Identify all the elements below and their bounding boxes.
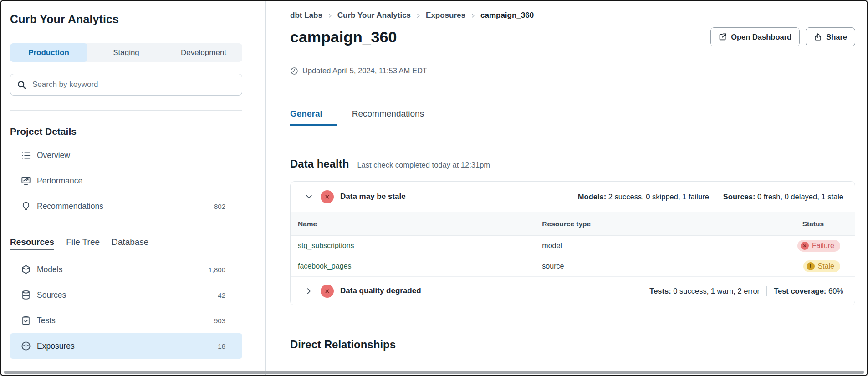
breadcrumb-dbt-labs[interactable]: dbt Labs [290,11,322,20]
resource-link-stg-subscriptions[interactable]: stg_subscriptions [298,242,354,249]
table-row: facebook_pages source ! Stale [291,256,855,277]
resource-link-facebook-pages[interactable]: facebook_pages [298,262,351,270]
sidebar-item-label: Performance [37,176,82,186]
chevron-right-icon[interactable] [305,287,313,295]
table-row: stg_subscriptions model Failure [291,236,855,256]
list-icon [21,150,31,160]
item-count: 903 [214,317,225,325]
sidebar-item-label: Recommendations [37,202,103,211]
error-status-icon [321,285,334,298]
project-title: Curb Your Analytics [10,13,242,26]
chevron-down-icon[interactable] [305,193,313,201]
breadcrumb-exposures[interactable]: Exposures [426,11,465,20]
column-header-name: Name [291,212,541,236]
column-header-resource-type: Resource type [541,212,739,236]
project-details-heading: Project Details [10,126,242,137]
project-details-nav: Overview Performance Recommendations 802 [10,142,242,219]
quality-group-title: Data quality degraded [340,286,421,295]
sidebar-item-recommendations[interactable]: Recommendations 802 [10,193,242,219]
lightbulb-icon [21,201,31,211]
open-dashboard-label: Open Dashboard [731,33,791,41]
sidebar-item-overview[interactable]: Overview [10,142,242,168]
sidebar: Curb Your Analytics Production Staging D… [1,1,266,375]
sidebar-item-label: Sources [37,290,66,300]
sidebar-item-performance[interactable]: Performance [10,168,242,193]
horizontal-scrollbar[interactable] [4,371,864,374]
item-count: 18 [218,342,225,350]
chevron-right-icon [470,13,475,18]
sidebar-item-label: Models [37,265,62,274]
main-content: dbt Labs Curb Your Analytics Exposures c… [266,1,867,375]
breadcrumb-current: campaign_360 [480,11,534,20]
chevron-right-icon [327,13,332,18]
tab-general[interactable]: General [290,109,337,126]
sidebar-item-label: Exposures [37,341,75,351]
open-dashboard-button[interactable]: Open Dashboard [710,27,800,46]
sidebar-item-label: Tests [37,316,56,325]
external-link-icon [719,33,727,41]
quality-group-row[interactable]: Data quality degraded Tests: 0 success, … [291,277,855,305]
sidebar-item-models[interactable]: Models 1,800 [10,257,242,282]
item-count: 802 [214,203,225,210]
share-icon [814,33,822,41]
chevron-right-icon [416,13,421,18]
updated-text: Updated April 5, 2024, 11:53 AM EDT [302,66,427,75]
breadcrumb: dbt Labs Curb Your Analytics Exposures c… [290,11,855,20]
sidebar-item-label: Overview [37,151,70,160]
sidebar-item-exposures[interactable]: Exposures 18 [10,333,242,359]
breadcrumb-project[interactable]: Curb Your Analytics [337,11,411,20]
updated-timestamp: Updated April 5, 2024, 11:53 AM EDT [290,66,855,75]
status-badge-label: Stale [818,262,834,270]
data-health-card: Data may be stale Models: 2 success, 0 s… [290,181,855,305]
cube-icon [21,264,31,274]
search-box[interactable] [10,74,242,96]
stat-divider [716,192,716,202]
database-icon [21,290,31,300]
detail-tabs: General Recommendations [290,109,855,126]
tab-resources[interactable]: Resources [10,237,54,250]
stale-group-stats: Models: 2 success, 0 skipped, 1 failure … [578,192,843,202]
env-tab-production[interactable]: Production [10,43,87,62]
clock-icon [290,67,298,75]
page-header: campaign_360 Open Dashboard Share [290,27,855,46]
quality-group-stats: Tests: 0 success, 1 warn, 2 error Test c… [649,286,843,296]
x-circle-icon [801,242,809,250]
sidebar-item-tests[interactable]: Tests 903 [10,308,242,333]
page-title: campaign_360 [290,28,397,46]
item-count: 1,800 [208,266,225,274]
share-button[interactable]: Share [806,27,855,46]
data-health-header: Data health Last check completed today a… [290,158,855,170]
exclamation-circle-icon: ! [807,262,815,270]
env-tab-development[interactable]: Development [165,43,242,62]
status-badge-label: Failure [812,242,834,250]
resource-view-tabs: Resources File Tree Database [10,237,242,250]
table-header-row: Name Resource type Status [291,212,855,236]
resource-type-cell: model [541,236,739,256]
stale-group-title: Data may be stale [340,192,406,201]
last-check-text: Last check completed today at 12:31pm [357,161,490,169]
resource-type-cell: source [541,256,739,277]
status-badge-failure: Failure [797,240,840,252]
stat-divider [766,286,767,296]
tests-stat: Tests: 0 success, 1 warn, 2 error [649,287,760,295]
sidebar-divider [10,110,242,111]
tab-database[interactable]: Database [112,237,148,250]
tab-recommendations[interactable]: Recommendations [352,109,424,126]
search-input[interactable] [31,80,235,90]
share-label: Share [826,33,847,41]
sidebar-item-sources[interactable]: Sources 42 [10,282,242,308]
gauge-icon [21,341,31,351]
app-window: Curb Your Analytics Production Staging D… [0,0,868,376]
header-actions: Open Dashboard Share [710,27,855,46]
stale-resources-table: Name Resource type Status stg_subscripti… [291,212,855,277]
models-stat: Models: 2 success, 0 skipped, 1 failure [578,193,709,201]
stale-group-row[interactable]: Data may be stale Models: 2 success, 0 s… [291,182,855,212]
column-header-status: Status [739,212,855,236]
sources-stat: Sources: 0 fresh, 0 delayed, 1 stale [723,193,843,201]
tab-file-tree[interactable]: File Tree [66,237,100,250]
status-badge-stale: ! Stale [803,260,840,272]
environment-switcher: Production Staging Development [10,43,242,62]
env-tab-staging[interactable]: Staging [87,43,165,62]
clipboard-check-icon [21,315,31,325]
data-health-heading: Data health [290,158,349,170]
